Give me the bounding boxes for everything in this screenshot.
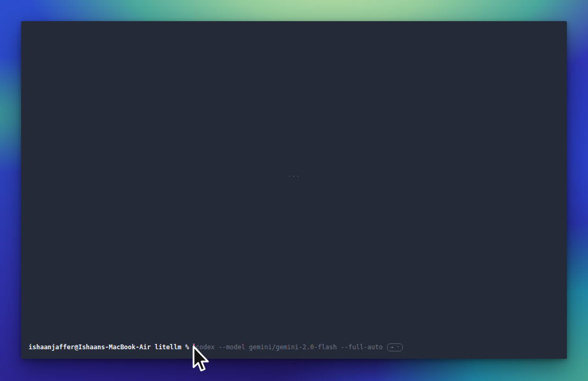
tab-accept-hint-badge: → ·: [387, 343, 403, 351]
autosuggestion-text: codex --model gemini/gemini-2.0-flash --…: [196, 343, 383, 351]
terminal-prompt-line[interactable]: ishaanjaffer@Ishaans-MacBook-Air litellm…: [21, 343, 567, 359]
terminal-window[interactable]: ... ishaanjaffer@Ishaans-MacBook-Air lit…: [21, 21, 567, 359]
prompt-user-host: ishaanjaffer@Ishaans-MacBook-Air: [29, 343, 151, 351]
terminal-output-area: ...: [21, 21, 567, 343]
desktop-wallpaper: ... ishaanjaffer@Ishaans-MacBook-Air lit…: [0, 0, 588, 381]
prompt-directory: litellm: [154, 343, 181, 351]
text-cursor: [193, 343, 195, 351]
prompt-space: [189, 343, 192, 351]
loading-ellipsis: ...: [288, 171, 301, 178]
